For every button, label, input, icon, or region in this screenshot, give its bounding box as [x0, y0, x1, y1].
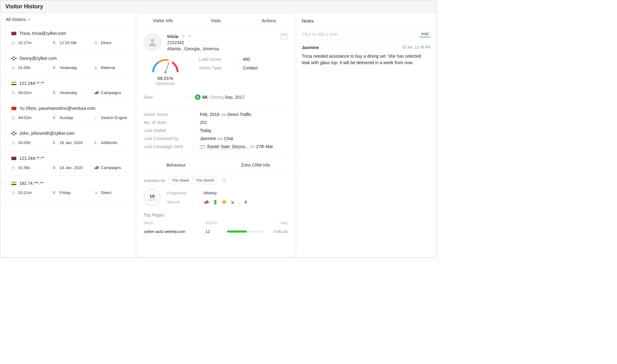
tab-actions[interactable]: Actions — [242, 13, 295, 28]
since-label: Visitor Since — [144, 112, 193, 117]
deal-label: Deal — [144, 95, 188, 100]
search-icon[interactable]: ⌕ — [238, 200, 240, 205]
svg-rect-3 — [222, 180, 226, 182]
visitor-row[interactable]: John, johnsmith@zylker.com ◷03:03h ⧗16 J… — [0, 126, 136, 151]
clock-icon: ◷ — [11, 165, 16, 170]
note-author: Jasmine — [302, 45, 319, 50]
profile-info: tricia ✎ ↗ 2152342 Atlanta , Georgia , A… — [167, 34, 219, 51]
note-item: Jasmine 16 Jan, 12:38 AM Tricia needed a… — [296, 40, 437, 71]
visitor-location: Atlanta , Georgia , America — [167, 46, 219, 51]
notes-input[interactable] — [302, 32, 430, 37]
source-icon: ⌕ — [94, 115, 98, 120]
clock-icon: ◷ — [11, 115, 16, 120]
visitor-identity: Yu Ohno, yasumaroohno@ventura.com — [19, 106, 95, 111]
frequency-value: Weekly — [204, 191, 217, 195]
visitor-identity: Danny@zylker.com — [19, 56, 57, 61]
visitor-source: $AdWords — [94, 140, 125, 145]
flag-icon — [11, 132, 16, 135]
visitor-source: ⋔Referral — [94, 65, 125, 70]
flag-icon — [11, 157, 16, 160]
envelope-icon — [200, 145, 205, 149]
dollar-icon: $ — [195, 94, 201, 100]
opportunity-gauge: 68.01% Opportunity — [144, 57, 187, 86]
direct-arrow-icon[interactable]: ⇲ — [230, 200, 234, 205]
visitor-row[interactable]: 182.74.***.** ◷01:01m ⧗Friday ⇲Direct — [0, 176, 136, 201]
tab-visitor-info[interactable]: Visitor Info — [136, 13, 189, 28]
main-layout: All Visitors ⇵ Tricia, tricia@zylker.com… — [0, 13, 437, 257]
activities-range-toggle: This Week This Month — [168, 177, 217, 184]
visitor-duration: ◷04:01m — [11, 90, 42, 95]
subtab-crm[interactable]: Zoho CRM Info — [216, 158, 296, 172]
visitor-detail-panel: Visitor Info Visits Actions tricia ✎ ↗ 2… — [136, 13, 296, 257]
visitor-when: ⧗12:20 AM — [53, 40, 84, 45]
top-page-visits: 12 — [205, 229, 227, 234]
visitor-duration: ◷01:05h — [11, 65, 42, 70]
visitor-when: ⧗14 Jan, 2020 — [53, 165, 84, 170]
clock-icon: ◷ — [11, 65, 16, 70]
dollar-box-icon[interactable]: 💲 — [213, 200, 218, 205]
visitor-identity: 121.244.**.** — [19, 156, 44, 161]
frequency-label: Frequency — [167, 191, 198, 195]
flag-icon — [11, 82, 16, 85]
source-icon: ⋔ — [94, 65, 98, 70]
source-icons: 📣 💲 🤝 ⇲ ⌕ ⋔ — [204, 200, 248, 205]
visitor-filter-dropdown[interactable]: All Visitors ⇵ — [0, 13, 136, 26]
visitor-when: ⧗Sunday — [53, 115, 84, 120]
edit-icon[interactable]: ✎ — [181, 34, 185, 39]
deal-date: Sep, 2017 — [225, 95, 245, 100]
share-icon[interactable]: ⋔ — [244, 200, 248, 205]
opportunity-label: Opportunity — [144, 81, 187, 86]
activities-filter: Activities for This Week This Month — [136, 172, 295, 187]
visitor-source: 📣Campaigns — [94, 165, 125, 170]
contact-channel[interactable]: Chat — [224, 136, 233, 141]
top-page-url: zylker-auto.weebly.com — [144, 229, 205, 234]
visitor-row[interactable]: Tricia, tricia@zylker.com ◷31:27m ⧗12:20… — [0, 26, 136, 51]
lead-score-label: Lead Score — [199, 57, 236, 62]
note-body: Tricia needed assistance to buy a dining… — [302, 53, 430, 66]
top-page-time: 0:48:10s — [263, 230, 288, 234]
calendar-icon: ⧗ — [53, 115, 57, 120]
external-link-icon[interactable]: ↗ — [188, 34, 191, 39]
visitor-row[interactable]: Yu Ohno, yasumaroohno@ventura.com ◷44:02… — [0, 101, 136, 126]
svg-line-1 — [165, 62, 169, 72]
range-this-month[interactable]: This Month — [193, 177, 217, 184]
campaign-name[interactable]: Easter Sale: Discou... — [207, 144, 249, 149]
last-contacted-label: Last Contacted by — [144, 136, 193, 141]
visitor-row[interactable]: Danny@zylker.com ◷01:05h ⧗Yesterday ⋔Ref… — [0, 51, 136, 76]
visitor-when: ⧗Friday — [53, 190, 84, 195]
visitor-type-label: Visitor Type — [199, 65, 236, 70]
score-row: 68.01% Opportunity Lead Score : 480 Visi… — [136, 57, 295, 91]
visitor-duration: ◷31:27m — [11, 40, 42, 45]
calendar-icon[interactable] — [222, 178, 226, 183]
score-values: Lead Score : 480 Visitor Type : Contact — [199, 57, 288, 70]
calendar-icon: ⧗ — [53, 190, 57, 195]
tab-visits[interactable]: Visits — [189, 13, 242, 28]
visits-bar — [227, 230, 247, 233]
visitor-info-block: Visitor Since : Feb, 2019 via Direct Tra… — [136, 106, 295, 158]
subtab-behaviour[interactable]: Behaviour — [136, 158, 216, 172]
mail-icon[interactable] — [280, 34, 288, 39]
svg-point-0 — [151, 39, 154, 42]
visitor-profile: tricia ✎ ↗ 2152342 Atlanta , Georgia , A… — [136, 28, 295, 57]
flag-icon — [11, 107, 16, 110]
add-note-button[interactable]: Add — [420, 31, 430, 37]
visitor-duration: ◷03:03h — [11, 140, 42, 145]
note-timestamp: 16 Jan, 12:38 AM — [402, 45, 430, 50]
visitor-identity: 182.74.***.** — [19, 181, 43, 186]
behaviour-subtabs: Behaviour Zoho CRM Info — [136, 158, 295, 172]
top-page-row[interactable]: zylker-auto.weebly.com 12 0:48:10s — [136, 227, 295, 238]
visitor-row[interactable]: 121.244.**.** ◷01:58s ⧗14 Jan, 2020 📣Cam… — [0, 151, 136, 176]
clock-icon: ◷ — [11, 90, 16, 95]
notes-input-row: Add — [296, 27, 437, 40]
source-label: Source — [167, 200, 198, 204]
visitor-when: ⧗Yesterday — [53, 65, 84, 70]
avatar — [144, 34, 161, 51]
range-this-week[interactable]: This Week — [169, 177, 192, 184]
megaphone-icon[interactable]: 📣 — [204, 200, 209, 205]
notes-panel: Notes Add Jasmine 16 Jan, 12:38 AM Trici… — [296, 13, 437, 257]
visitor-row[interactable]: 121.244.**.** ◷04:01m ⧗Yesterday 📣Campai… — [0, 76, 136, 101]
handshake-icon[interactable]: 🤝 — [222, 200, 227, 205]
campaign-date: 27th Mar — [256, 144, 273, 149]
notes-title: Notes — [296, 13, 437, 27]
since-value: Feb, 2019 — [200, 112, 219, 117]
